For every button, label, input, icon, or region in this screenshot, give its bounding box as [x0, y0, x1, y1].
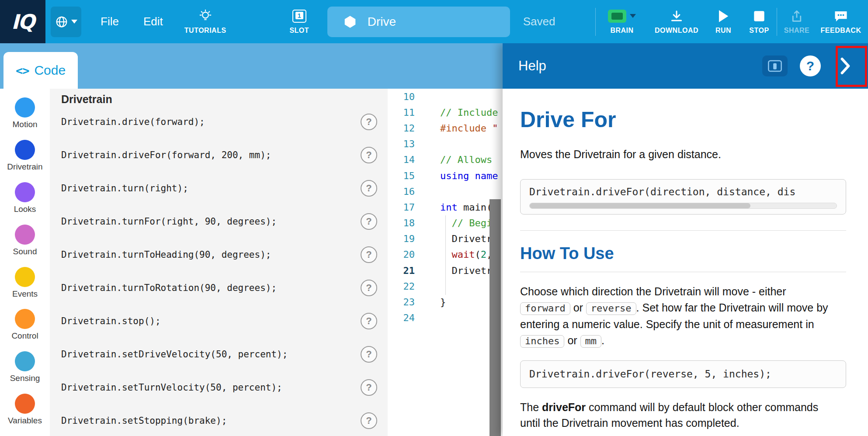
feedback-button[interactable]: FEEDBACK [816, 0, 865, 43]
sidebar-item-events[interactable]: Events [0, 267, 50, 309]
help-content: Drive For Moves the Drivetrain for a giv… [503, 89, 868, 436]
command-text[interactable]: Drivetrain.turnToHeading(90, degrees); [61, 249, 361, 260]
how-to-use-heading: How To Use [520, 244, 846, 263]
command-help-button[interactable]: ? [361, 313, 377, 329]
command-text[interactable]: Drivetrain.setTurnVelocity(50, percent); [61, 382, 361, 393]
command-help-button[interactable]: ? [361, 147, 377, 163]
download-icon [670, 10, 683, 23]
code-editor[interactable]: 1011// Include12#include "1314// Allows1… [388, 89, 503, 436]
lightbulb-icon [199, 9, 212, 23]
project-name: Drive [368, 15, 396, 29]
command-row[interactable]: Drivetrain.turnToRotation(90, degrees);? [50, 271, 388, 305]
stop-label: STOP [749, 27, 769, 35]
command-row[interactable]: Drivetrain.turnToHeading(90, degrees);? [50, 238, 388, 271]
command-help-button[interactable]: ? [361, 346, 377, 363]
vex-iq-logo[interactable]: IQ [0, 0, 45, 43]
command-help-button[interactable]: ? [361, 379, 377, 396]
command-row[interactable]: Drivetrain.setDriveVelocity(50, percent)… [50, 338, 388, 371]
note-paragraph: The driveFor command will by default blo… [520, 399, 822, 431]
command-help-button[interactable]: ? [361, 246, 377, 263]
command-text[interactable]: Drivetrain.setStopping(brake); [61, 415, 361, 426]
chevron-down-icon [71, 20, 77, 24]
line-code: } [418, 297, 446, 308]
save-status: Saved [523, 15, 556, 28]
indent-guide [445, 215, 446, 295]
command-row[interactable]: Drivetrain.setTurnVelocity(50, percent);… [50, 371, 388, 404]
toolbar-secondary: <> Code [0, 43, 503, 89]
command-text[interactable]: Drivetrain.drive(forward); [61, 117, 361, 127]
category-label: Looks [14, 204, 36, 214]
command-list-heading: Drivetrain [61, 93, 388, 105]
run-label: RUN [715, 27, 731, 35]
command-row[interactable]: Drivetrain.turnFor(right, 90, degrees);? [50, 205, 388, 238]
stop-button[interactable]: STOP [742, 0, 777, 43]
line-number: 21 [388, 265, 418, 276]
command-text[interactable]: Drivetrain.stop(); [61, 316, 361, 326]
editor-line: 16 [388, 183, 503, 199]
command-help-button[interactable]: ? [361, 412, 377, 429]
code-token: 2 [481, 249, 486, 260]
sidebar-item-control[interactable]: Control [0, 309, 50, 351]
sidebar-item-motion[interactable]: Motion [0, 97, 50, 140]
code-tab-label: Code [34, 63, 66, 78]
command-row[interactable]: Drivetrain.stop();? [50, 305, 388, 338]
command-text[interactable]: Drivetrain.setDriveVelocity(50, percent)… [61, 349, 361, 360]
language-selector-button[interactable] [51, 7, 81, 37]
inline-code: inches [520, 335, 564, 348]
sidebar-item-sound[interactable]: Sound [0, 225, 50, 267]
code-token [440, 249, 452, 260]
command-text[interactable]: Drivetrain.turn(right); [61, 183, 361, 194]
code-example-scrollbar-thumb[interactable] [530, 203, 750, 208]
topbar: IQ File Edit TUTORIALS 1 SLOT Drive [0, 0, 868, 43]
editor-scrollbar[interactable] [490, 89, 501, 436]
category-color-dot [15, 140, 35, 160]
inline-code: forward [520, 302, 570, 315]
sidebar-item-sensing[interactable]: Sensing [0, 351, 50, 394]
command-row[interactable]: Drivetrain.turn(right);? [50, 172, 388, 205]
command-help-button[interactable]: ? [361, 213, 377, 230]
feedback-label: FEEDBACK [821, 27, 861, 35]
inline-code: reverse [586, 302, 636, 315]
command-help-button[interactable]: ? [361, 280, 377, 296]
collapse-help-button[interactable] [833, 48, 858, 84]
code-example-scrollbar[interactable] [529, 203, 837, 209]
editor-scrollbar-thumb[interactable] [490, 199, 501, 436]
code-example-text: Drivetrain.driveFor(reverse, 5, inches); [529, 368, 837, 381]
sidebar-item-drivetrain[interactable]: Drivetrain [0, 140, 50, 182]
sidebar-item-looks[interactable]: Looks [0, 182, 50, 225]
brain-button[interactable]: BRAIN [596, 0, 648, 43]
category-color-dot [15, 309, 35, 329]
code-token: ( [475, 249, 480, 260]
command-row[interactable]: Drivetrain.setStopping(brake);? [50, 404, 388, 436]
command-text[interactable]: Drivetrain.turnFor(right, 90, degrees); [61, 216, 361, 227]
tutorials-button[interactable]: TUTORIALS [181, 0, 229, 43]
code-token: // Allows [440, 154, 492, 165]
sidebar-item-variables[interactable]: Variables [0, 394, 50, 436]
command-row[interactable]: Drivetrain.drive(forward);? [50, 105, 388, 138]
project-name-pill[interactable]: Drive [327, 7, 510, 37]
command-help-button[interactable]: ? [361, 114, 377, 130]
help-question-button[interactable]: ? [800, 55, 821, 76]
line-number: 19 [388, 233, 418, 244]
file-menu[interactable]: File [95, 12, 124, 31]
command-text[interactable]: Drivetrain.driveFor(forward, 200, mm); [61, 150, 361, 160]
brain-help-button[interactable] [762, 55, 788, 76]
command-text[interactable]: Drivetrain.turnToRotation(90, degrees); [61, 283, 361, 293]
line-number: 23 [388, 297, 418, 308]
command-help-button[interactable]: ? [361, 180, 377, 197]
code-icon: <> [16, 64, 29, 77]
editor-line: 14// Allows [388, 152, 503, 168]
slot-button[interactable]: 1 SLOT [282, 0, 317, 43]
code-example-usage: Drivetrain.driveFor(reverse, 5, inches); [520, 360, 846, 388]
edit-menu[interactable]: Edit [138, 12, 168, 31]
run-button[interactable]: RUN [705, 0, 742, 43]
tutorials-label: TUTORIALS [184, 27, 226, 35]
download-button[interactable]: DOWNLOAD [648, 0, 705, 43]
command-row[interactable]: Drivetrain.driveFor(forward, 200, mm);? [50, 138, 388, 172]
line-number: 13 [388, 138, 418, 149]
code-example-signature: Drivetrain.driveFor(direction, distance,… [520, 179, 846, 215]
tab-code[interactable]: <> Code [3, 52, 78, 89]
line-number: 14 [388, 154, 418, 165]
share-button[interactable]: SHARE [777, 0, 816, 43]
line-number: 12 [388, 123, 418, 134]
